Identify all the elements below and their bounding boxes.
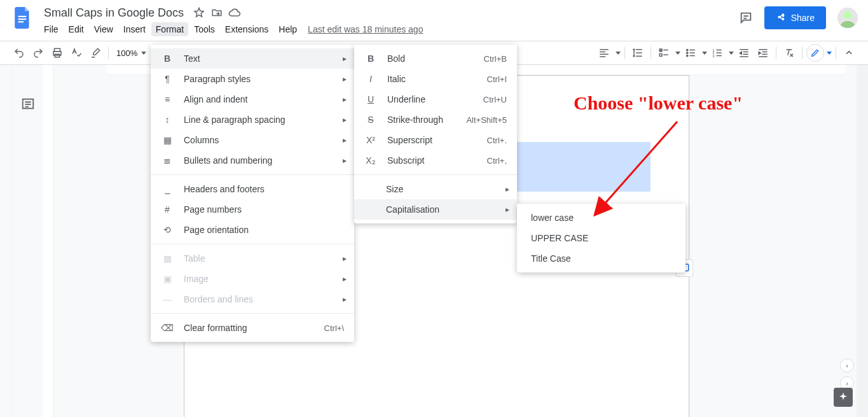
cap-item-upper-case[interactable]: UPPER CASE	[517, 228, 685, 248]
checklist-button[interactable]	[655, 44, 673, 62]
shortcut-label: Ctrl+,	[487, 156, 507, 166]
strike-through-icon: S	[364, 113, 377, 126]
docs-logo[interactable]	[10, 5, 36, 31]
menu-file[interactable]: File	[39, 22, 63, 36]
bulleted-list-button[interactable]	[682, 44, 699, 62]
svg-rect-1	[18, 18, 27, 20]
svg-rect-0	[18, 16, 27, 17]
align-button[interactable]	[595, 44, 613, 62]
menu-item-label: Line & paragraph spacing	[184, 115, 344, 125]
share-button-label: Share	[791, 13, 815, 23]
text-item-underline[interactable]: UUnderlineCtrl+U	[354, 89, 517, 110]
share-button[interactable]: Share	[764, 6, 826, 29]
shortcut-label: Ctrl+B	[484, 54, 507, 64]
shortcut-label: Ctrl+\	[324, 323, 344, 333]
underline-icon: U	[364, 93, 377, 106]
vertical-ruler	[43, 65, 53, 417]
line-paragraph-spacing-icon: ↕	[161, 113, 174, 126]
menu-item-label: Underline	[387, 94, 473, 104]
cap-item-title-case[interactable]: Title Case	[517, 248, 685, 269]
menu-item-label: Align and indent	[184, 94, 344, 104]
menu-item-label: Table	[184, 253, 344, 264]
menu-item-label: lower case	[531, 213, 675, 223]
menu-item-label: Subscript	[387, 155, 477, 166]
increase-indent-button[interactable]	[754, 44, 772, 62]
text-item-italic[interactable]: IItalicCtrl+I	[354, 69, 517, 89]
zoom-value: 100%	[116, 48, 137, 58]
account-avatar[interactable]	[837, 8, 858, 28]
format-item-page-orientation[interactable]: ⟲Page orientation	[151, 220, 354, 240]
page-numbers-icon: #	[161, 203, 174, 216]
menu-tools[interactable]: Tools	[189, 22, 219, 36]
format-item-clear-formatting[interactable]: ⌫Clear formattingCtrl+\	[151, 318, 354, 338]
format-item-borders-and-lines: —Borders and lines	[151, 289, 354, 309]
text-item-superscript[interactable]: X²SuperscriptCtrl+.	[354, 130, 517, 150]
spellcheck-button[interactable]	[67, 44, 85, 62]
svg-rect-2	[18, 21, 24, 22]
cloud-status-icon[interactable]	[228, 6, 242, 20]
text-item-strike-through[interactable]: SStrike-throughAlt+Shift+5	[354, 110, 517, 130]
menu-item-label: Borders and lines	[184, 294, 344, 304]
menu-help[interactable]: Help	[274, 22, 301, 36]
format-item-bullets-and-numbering[interactable]: ≣Bullets and numbering	[151, 150, 354, 171]
format-dropdown: BText¶Paragraph styles≡Align and indent↕…	[151, 45, 354, 342]
svg-text:3: 3	[713, 54, 715, 58]
menu-extensions[interactable]: Extensions	[221, 22, 273, 36]
format-item-line-paragraph-spacing[interactable]: ↕Line & paragraph spacing	[151, 110, 354, 130]
format-item-page-numbers[interactable]: #Page numbers	[151, 199, 354, 220]
format-item-columns[interactable]: ▦Columns	[151, 130, 354, 150]
cap-item-lower-case[interactable]: lower case	[517, 208, 685, 228]
borders-and-lines-icon: —	[161, 293, 174, 306]
explore-button[interactable]	[834, 388, 853, 407]
numbered-list-button[interactable]: 123	[708, 44, 726, 62]
capitalisation-submenu: lower caseUPPER CASETitle Case	[517, 204, 685, 272]
menu-format[interactable]: Format	[151, 22, 188, 36]
format-item-paragraph-styles[interactable]: ¶Paragraph styles	[151, 69, 354, 89]
undo-button[interactable]	[10, 44, 28, 62]
subscript-icon: X₂	[364, 154, 377, 167]
editing-mode-button[interactable]	[806, 44, 824, 62]
decrease-indent-button[interactable]	[735, 44, 753, 62]
format-item-image: ▣Image	[151, 269, 354, 289]
comments-icon[interactable]	[739, 11, 753, 25]
menu-item-label: Headers and footers	[184, 184, 344, 194]
menu-item-label: Strike-through	[387, 115, 456, 125]
menu-item-label: Image	[184, 274, 344, 284]
menu-item-label: Capitalisation	[386, 204, 507, 215]
text-item-bold[interactable]: BBoldCtrl+B	[354, 48, 517, 69]
document-title[interactable]: Small Caps in Google Docs	[39, 5, 188, 21]
menu-item-label: Bullets and numbering	[184, 155, 344, 166]
zoom-select[interactable]: 100%	[113, 48, 150, 58]
last-edit-link[interactable]: Last edit was 18 minutes ago	[308, 24, 423, 34]
menu-view[interactable]: View	[90, 22, 118, 36]
text-item-capitalisation[interactable]: Capitalisation	[354, 199, 517, 220]
nav-prev[interactable]: ‹	[840, 358, 854, 372]
scrollbar-placeholder[interactable]	[857, 65, 868, 417]
outline-toggle-icon[interactable]	[21, 97, 35, 111]
italic-icon: I	[364, 73, 377, 85]
page-nav: ‹ ›	[840, 358, 854, 390]
redo-button[interactable]	[29, 44, 47, 62]
menu-item-label: Superscript	[387, 135, 477, 145]
format-item-text[interactable]: BText	[151, 48, 354, 69]
star-icon[interactable]	[192, 6, 206, 20]
text-item-size[interactable]: Size	[354, 179, 517, 199]
left-gutter	[0, 65, 13, 417]
clear-formatting-button[interactable]	[780, 44, 798, 62]
move-icon[interactable]	[210, 6, 224, 20]
collapse-toolbar-button[interactable]	[840, 44, 858, 62]
print-button[interactable]	[48, 44, 66, 62]
menu-edit[interactable]: Edit	[64, 22, 88, 36]
menu-insert[interactable]: Insert	[119, 22, 150, 36]
format-item-align-and-indent[interactable]: ≡Align and indent	[151, 89, 354, 110]
text-icon: B	[161, 52, 174, 65]
svg-point-12	[687, 55, 688, 56]
paint-format-button[interactable]	[86, 44, 104, 62]
line-spacing-button[interactable]	[629, 44, 647, 62]
text-item-subscript[interactable]: X₂SubscriptCtrl+,	[354, 150, 517, 171]
format-item-headers-and-footers[interactable]: ⎯Headers and footers	[151, 179, 354, 199]
bullets-and-numbering-icon: ≣	[161, 154, 174, 167]
menu-item-label: Italic	[387, 74, 477, 84]
menu-item-label: Page numbers	[184, 204, 344, 215]
menu-item-label: Clear formatting	[184, 323, 314, 333]
